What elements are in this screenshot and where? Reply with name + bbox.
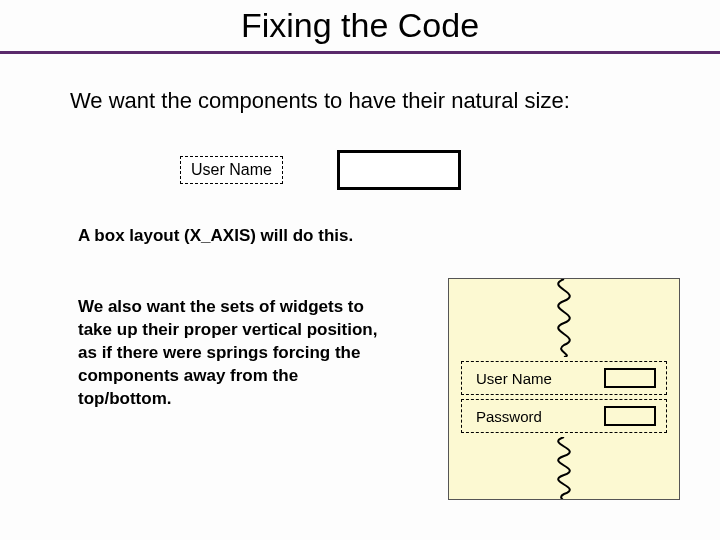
spring-bottom-icon (529, 437, 599, 500)
example-field (337, 150, 461, 190)
password-field (604, 406, 656, 426)
paragraph-boxlayout: A box layout (X_AXIS) will do this. (78, 226, 353, 246)
username-label: User Name (476, 370, 552, 387)
slide-title: Fixing the Code (0, 0, 720, 51)
spring-panel: User Name Password (448, 278, 680, 500)
username-field (604, 368, 656, 388)
example-label: User Name (180, 156, 283, 184)
form-row-password: Password (461, 399, 667, 433)
title-underline (0, 51, 720, 54)
password-label: Password (476, 408, 542, 425)
example-row: User Name (180, 150, 461, 190)
intro-text: We want the components to have their nat… (70, 88, 720, 114)
paragraph-springs: We also want the sets of widgets to take… (78, 296, 378, 411)
form-row-username: User Name (461, 361, 667, 395)
spring-top-icon (529, 279, 599, 357)
